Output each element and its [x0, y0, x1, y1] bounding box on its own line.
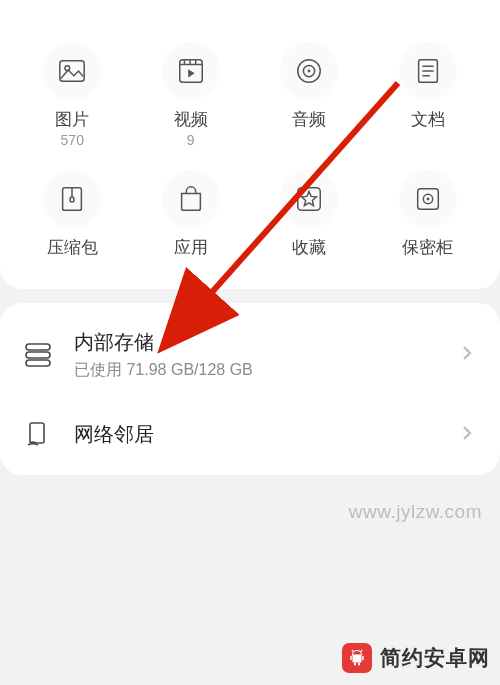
category-videos[interactable]: 视频 9	[143, 42, 240, 148]
app-icon	[162, 170, 220, 228]
category-favorites[interactable]: 收藏	[261, 170, 358, 260]
svg-point-12	[426, 198, 429, 201]
svg-rect-0	[60, 61, 84, 82]
brand-badge: 简约安卓网	[342, 643, 490, 673]
svg-rect-20	[362, 656, 364, 661]
chevron-right-icon	[458, 424, 476, 446]
category-safe[interactable]: 保密柜	[380, 170, 477, 260]
storage-text: 内部存储 已使用 71.98 GB/128 GB	[74, 329, 458, 381]
svg-rect-18	[353, 655, 362, 663]
file-manager-screen: 图片 570 视频 9 音频 文档	[0, 0, 500, 685]
category-label: 视频	[174, 110, 208, 130]
network-neighborhood-row[interactable]: 网络邻居	[0, 401, 500, 469]
watermark-text: www.jylzw.com	[349, 501, 482, 523]
brand-name: 简约安卓网	[380, 644, 490, 672]
storage-title: 内部存储	[74, 329, 458, 356]
archive-icon	[43, 170, 101, 228]
category-label: 应用	[174, 238, 208, 258]
android-logo-icon	[342, 643, 372, 673]
svg-rect-19	[350, 656, 352, 661]
image-icon	[43, 42, 101, 100]
document-icon	[399, 42, 457, 100]
category-label: 压缩包	[47, 238, 98, 258]
category-images[interactable]: 图片 570	[24, 42, 121, 148]
svg-rect-14	[26, 352, 50, 358]
internal-storage-row[interactable]: 内部存储 已使用 71.98 GB/128 GB	[0, 309, 500, 401]
network-icon	[24, 421, 52, 449]
category-audio[interactable]: 音频	[261, 42, 358, 148]
category-label: 音频	[292, 110, 326, 130]
safe-icon	[399, 170, 457, 228]
category-label: 保密柜	[402, 238, 453, 258]
categories-card: 图片 570 视频 9 音频 文档	[0, 0, 500, 289]
category-count: 570	[61, 132, 84, 148]
category-count: 9	[187, 132, 195, 148]
category-apps[interactable]: 应用	[143, 170, 240, 260]
storage-subtitle: 已使用 71.98 GB/128 GB	[74, 360, 458, 381]
svg-rect-16	[30, 423, 44, 443]
chevron-right-icon	[458, 344, 476, 366]
network-title: 网络邻居	[74, 421, 458, 448]
svg-rect-22	[358, 663, 360, 666]
storage-section: 内部存储 已使用 71.98 GB/128 GB 网络邻居	[0, 303, 500, 475]
svg-rect-8	[70, 198, 74, 203]
category-label: 图片	[55, 110, 89, 130]
network-text: 网络邻居	[74, 421, 458, 448]
favorite-icon	[280, 170, 338, 228]
category-label: 收藏	[292, 238, 326, 258]
category-grid: 图片 570 视频 9 音频 文档	[24, 42, 476, 261]
storage-icon	[24, 341, 52, 369]
svg-rect-15	[26, 360, 50, 366]
video-icon	[162, 42, 220, 100]
svg-rect-21	[354, 663, 356, 666]
category-archives[interactable]: 压缩包	[24, 170, 121, 260]
svg-point-5	[308, 70, 311, 73]
category-documents[interactable]: 文档	[380, 42, 477, 148]
search-bar[interactable]	[24, 0, 476, 14]
category-label: 文档	[411, 110, 445, 130]
audio-icon	[280, 42, 338, 100]
svg-rect-13	[26, 344, 50, 350]
